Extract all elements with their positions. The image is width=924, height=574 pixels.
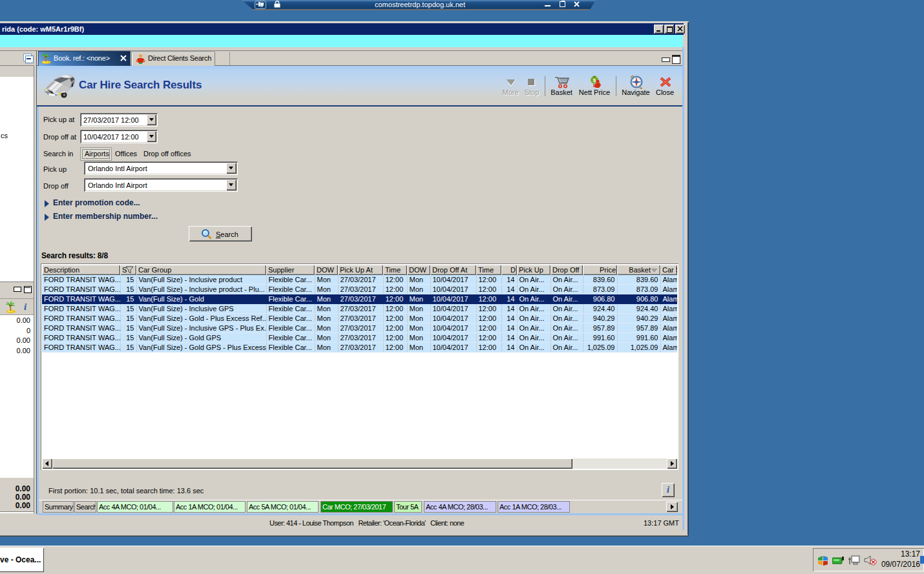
svg-text:$: $ [593,77,596,83]
